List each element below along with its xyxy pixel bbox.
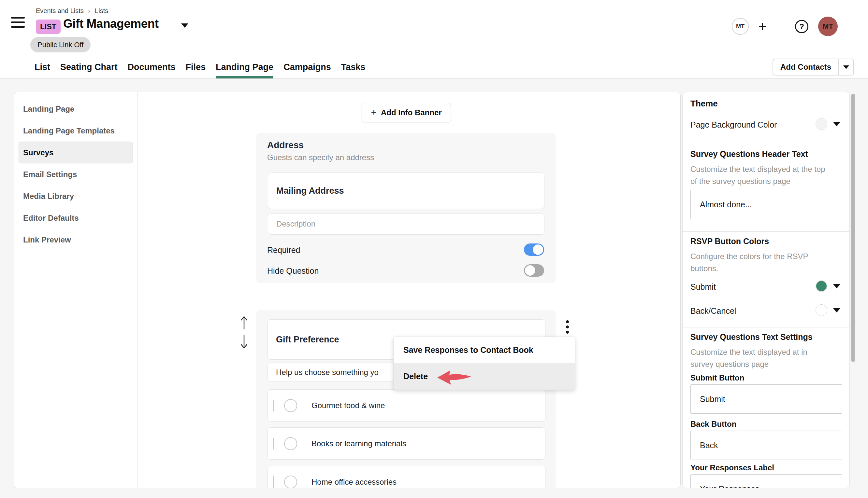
submit-button-label: Submit Button [690,374,744,382]
back-button-field[interactable] [690,431,842,460]
workspace-avatar[interactable]: MT [732,18,749,35]
color-dropdown-caret-icon[interactable] [833,122,840,126]
your-responses-input[interactable] [691,484,842,488]
move-down-arrow-icon[interactable] [240,334,248,350]
add-info-banner-button[interactable]: + Add Info Banner [362,103,451,122]
add-contacts-button[interactable]: Add Contacts [773,59,838,75]
question-description-field[interactable] [268,213,545,235]
title-dropdown-caret-icon[interactable] [181,24,188,28]
breadcrumb-lists[interactable]: Lists [95,7,108,15]
survey-header-text-field[interactable] [690,190,842,219]
page-background-color-label: Page Background Color [690,120,777,130]
question-options-kebab-icon[interactable] [565,320,569,336]
sidebar-item-landing-page[interactable]: Landing Page [18,98,133,120]
breadcrumb: Events and Lists › Lists [36,7,108,15]
submit-color-label: Submit [690,282,716,292]
submit-button-input[interactable] [691,394,842,404]
help-icon[interactable]: ? [795,20,808,33]
radio-button-icon[interactable] [284,475,297,488]
description-input[interactable] [268,219,544,228]
theme-heading: Theme [690,99,718,109]
option-row: Books or learning materials [268,427,546,460]
add-contacts-dropdown-button[interactable] [839,59,853,75]
text-settings-heading: Survey Questions Text Settings [690,332,813,342]
option-row: Gourmet food & wine [268,389,546,421]
tab-landing-page[interactable]: Landing Page [216,55,273,79]
plus-icon: + [371,107,376,118]
section-divider [682,232,850,232]
required-label: Required [267,246,300,255]
move-up-arrow-icon[interactable] [240,315,248,331]
option-row: Home office accessories [268,466,546,488]
question-subtitle: Guests can specify an address [267,153,374,162]
sidebar-item-email-settings[interactable]: Email Settings [18,163,133,185]
breadcrumb-separator-icon: › [88,8,90,15]
breadcrumb-events-and-lists[interactable]: Events and Lists [36,7,84,15]
add-contacts-split-button[interactable]: Add Contacts [773,58,854,76]
section-divider [682,140,850,140]
option-label[interactable]: Books or learning materials [311,439,406,448]
sidebar-item-link-preview[interactable]: Link Preview [18,229,133,251]
required-toggle[interactable] [524,244,544,256]
add-new-icon[interactable]: + [756,18,769,35]
sidebar-item-media-library[interactable]: Media Library [18,185,133,207]
survey-header-text-description: Customize the text displayed at the top … [690,163,831,187]
public-link-status-badge[interactable]: Public Link Off [30,37,91,52]
color-dropdown-caret-icon[interactable] [833,308,840,313]
tab-seating-chart[interactable]: Seating Chart [60,55,118,79]
tab-list[interactable]: List [35,55,50,79]
tab-files[interactable]: Files [186,55,206,79]
back-cancel-color-label: Back/Cancel [690,306,736,316]
submit-color-swatch[interactable] [816,280,827,292]
option-label[interactable]: Home office accessories [311,477,397,487]
toolbar-divider [781,18,781,35]
back-cancel-color-swatch[interactable] [816,304,827,316]
question-label-field[interactable] [268,172,545,209]
hide-question-toggle[interactable] [524,264,544,277]
radio-button-icon[interactable] [284,399,297,412]
tab-tasks[interactable]: Tasks [341,55,366,79]
panel-scrollbar-thumb[interactable] [851,94,855,362]
tab-documents[interactable]: Documents [128,55,176,79]
user-avatar[interactable]: MT [818,17,838,36]
sidebar-item-landing-page-templates[interactable]: Landing Page Templates [18,120,133,142]
menu-item-save-responses[interactable]: Save Responses to Contact Book [394,337,575,363]
landing-page-sidebar: Landing Page Landing Page Templates Surv… [14,92,138,488]
question-label-input[interactable] [268,186,544,196]
drag-handle-icon[interactable] [273,476,275,488]
option-label[interactable]: Gourmet food & wine [311,401,385,410]
drag-handle-icon[interactable] [273,438,275,449]
question-title: Address [267,140,304,150]
question-context-menu: Save Responses to Contact Book Delete [393,337,575,390]
survey-header-text-heading: Survey Questions Header Text [690,149,808,159]
theme-settings-panel: Theme Page Background Color Survey Quest… [682,92,850,488]
your-responses-label: Your Responses Label [690,463,774,472]
submit-button-field[interactable] [690,384,842,414]
main-tab-bar: List Seating Chart Documents Files Landi… [35,55,365,79]
section-divider [682,327,850,327]
survey-header-text-input[interactable] [691,200,842,209]
menu-item-delete[interactable]: Delete [394,363,575,390]
chevron-down-icon [843,65,849,69]
hamburger-menu-icon[interactable] [11,17,25,28]
address-question-card: Address Guests can specify an address Re… [256,133,556,283]
text-settings-description: Customize the text displayed at in surve… [690,346,831,370]
your-responses-field[interactable] [690,474,842,488]
sidebar-item-surveys[interactable]: Surveys [18,142,133,163]
sidebar-item-editor-defaults[interactable]: Editor Defaults [18,207,133,229]
back-button-input[interactable] [691,441,842,450]
radio-button-icon[interactable] [284,437,297,450]
back-button-label: Back Button [690,420,736,429]
reorder-controls [240,315,249,353]
list-type-badge: LIST [36,19,61,34]
app-header: Events and Lists › Lists LIST Gift Manag… [0,0,868,79]
page-title: Gift Management [63,17,159,30]
rsvp-button-colors-description: Configure the colors for the RSVP button… [690,250,831,274]
drag-handle-icon[interactable] [273,400,275,411]
hide-question-label: Hide Question [267,266,319,276]
color-dropdown-caret-icon[interactable] [833,284,840,288]
rsvp-button-colors-heading: RSVP Button Colors [690,237,769,246]
page-background-color-swatch[interactable] [816,118,827,130]
app-window: Events and Lists › Lists LIST Gift Manag… [0,0,868,498]
tab-campaigns[interactable]: Campaigns [283,55,331,79]
